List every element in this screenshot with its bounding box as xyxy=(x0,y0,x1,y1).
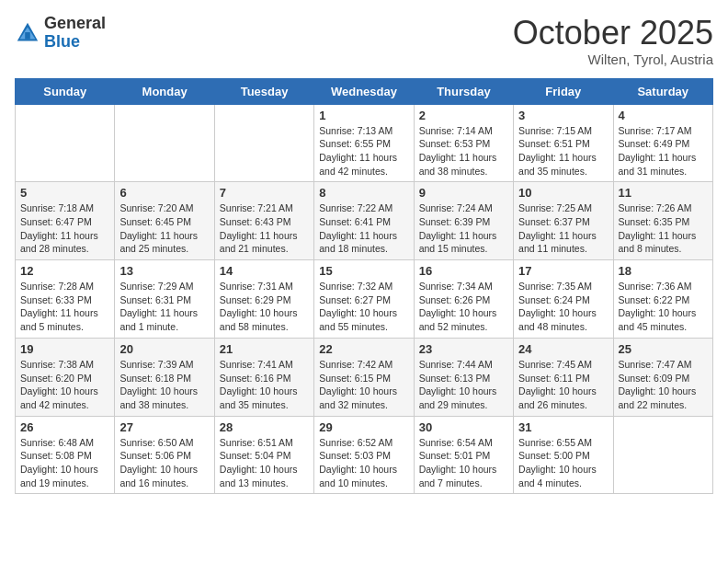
day-number: 8 xyxy=(319,186,408,200)
calendar-cell: 2Sunrise: 7:14 AM Sunset: 6:53 PM Daylig… xyxy=(414,104,513,182)
day-number: 29 xyxy=(319,420,408,434)
calendar-cell: 1Sunrise: 7:13 AM Sunset: 6:55 PM Daylig… xyxy=(314,104,414,182)
week-row-5: 26Sunrise: 6:48 AM Sunset: 5:08 PM Dayli… xyxy=(16,416,713,494)
calendar-cell: 19Sunrise: 7:38 AM Sunset: 6:20 PM Dayli… xyxy=(16,338,115,416)
day-number: 27 xyxy=(119,420,209,434)
calendar-header: SundayMondayTuesdayWednesdayThursdayFrid… xyxy=(16,78,713,104)
svg-rect-2 xyxy=(25,32,30,39)
calendar-cell xyxy=(214,104,313,182)
weekday-header-tuesday: Tuesday xyxy=(214,78,313,104)
day-info: Sunrise: 7:42 AM Sunset: 6:15 PM Dayligh… xyxy=(319,358,408,412)
day-number: 21 xyxy=(220,342,309,356)
day-number: 26 xyxy=(20,420,109,434)
day-info: Sunrise: 6:51 AM Sunset: 5:04 PM Dayligh… xyxy=(220,436,309,490)
calendar-cell: 13Sunrise: 7:29 AM Sunset: 6:31 PM Dayli… xyxy=(115,260,214,339)
weekday-header-saturday: Saturday xyxy=(613,78,712,104)
day-info: Sunrise: 6:50 AM Sunset: 5:06 PM Dayligh… xyxy=(119,436,209,490)
day-number: 10 xyxy=(518,186,608,200)
day-number: 30 xyxy=(419,420,508,434)
calendar-cell: 31Sunrise: 6:55 AM Sunset: 5:00 PM Dayli… xyxy=(514,416,613,494)
calendar-cell: 7Sunrise: 7:21 AM Sunset: 6:43 PM Daylig… xyxy=(214,182,313,260)
day-info: Sunrise: 7:14 AM Sunset: 6:53 PM Dayligh… xyxy=(419,124,508,178)
weekday-header-friday: Friday xyxy=(514,78,613,104)
day-number: 18 xyxy=(619,264,708,278)
day-info: Sunrise: 7:28 AM Sunset: 6:33 PM Dayligh… xyxy=(20,280,109,334)
calendar-cell: 10Sunrise: 7:25 AM Sunset: 6:37 PM Dayli… xyxy=(514,182,613,260)
calendar-cell: 23Sunrise: 7:44 AM Sunset: 6:13 PM Dayli… xyxy=(414,338,513,416)
day-info: Sunrise: 7:45 AM Sunset: 6:11 PM Dayligh… xyxy=(518,358,608,412)
logo: General Blue xyxy=(15,15,106,52)
calendar-cell: 6Sunrise: 7:20 AM Sunset: 6:45 PM Daylig… xyxy=(115,182,214,260)
page-header: General Blue October 2025 Wilten, Tyrol,… xyxy=(15,15,713,67)
day-info: Sunrise: 6:48 AM Sunset: 5:08 PM Dayligh… xyxy=(20,436,109,490)
day-number: 31 xyxy=(518,420,608,434)
calendar-cell: 27Sunrise: 6:50 AM Sunset: 5:06 PM Dayli… xyxy=(115,416,214,494)
day-info: Sunrise: 6:54 AM Sunset: 5:01 PM Dayligh… xyxy=(419,436,508,490)
day-info: Sunrise: 7:29 AM Sunset: 6:31 PM Dayligh… xyxy=(119,280,209,334)
logo-blue-text: Blue xyxy=(44,32,80,51)
day-info: Sunrise: 7:47 AM Sunset: 6:09 PM Dayligh… xyxy=(619,358,708,412)
day-number: 12 xyxy=(20,264,109,278)
calendar-table: SundayMondayTuesdayWednesdayThursdayFrid… xyxy=(15,78,713,495)
calendar-cell: 25Sunrise: 7:47 AM Sunset: 6:09 PM Dayli… xyxy=(613,338,712,416)
day-number: 20 xyxy=(119,342,209,356)
day-number: 17 xyxy=(518,264,608,278)
calendar-cell: 8Sunrise: 7:22 AM Sunset: 6:41 PM Daylig… xyxy=(314,182,414,260)
calendar-cell: 14Sunrise: 7:31 AM Sunset: 6:29 PM Dayli… xyxy=(214,260,313,339)
day-info: Sunrise: 7:41 AM Sunset: 6:16 PM Dayligh… xyxy=(220,358,309,412)
day-number: 23 xyxy=(419,342,508,356)
calendar-cell: 17Sunrise: 7:35 AM Sunset: 6:24 PM Dayli… xyxy=(514,260,613,339)
day-number: 4 xyxy=(619,109,708,122)
calendar-cell xyxy=(613,416,712,494)
month-title: October 2025 xyxy=(513,15,713,52)
day-number: 1 xyxy=(319,109,408,122)
week-row-2: 5Sunrise: 7:18 AM Sunset: 6:47 PM Daylig… xyxy=(16,182,713,260)
calendar-cell xyxy=(115,104,214,182)
day-number: 15 xyxy=(319,264,408,278)
title-block: October 2025 Wilten, Tyrol, Austria xyxy=(513,15,713,67)
day-info: Sunrise: 7:21 AM Sunset: 6:43 PM Dayligh… xyxy=(220,201,309,256)
calendar-cell: 11Sunrise: 7:26 AM Sunset: 6:35 PM Dayli… xyxy=(613,182,712,260)
day-number: 9 xyxy=(419,186,508,200)
day-number: 25 xyxy=(619,342,708,356)
day-number: 2 xyxy=(419,109,508,122)
day-info: Sunrise: 7:25 AM Sunset: 6:37 PM Dayligh… xyxy=(518,201,608,256)
day-info: Sunrise: 7:24 AM Sunset: 6:39 PM Dayligh… xyxy=(419,201,508,256)
day-info: Sunrise: 7:15 AM Sunset: 6:51 PM Dayligh… xyxy=(518,124,608,178)
day-number: 28 xyxy=(220,420,309,434)
calendar-body: 1Sunrise: 7:13 AM Sunset: 6:55 PM Daylig… xyxy=(16,104,713,494)
day-info: Sunrise: 7:32 AM Sunset: 6:27 PM Dayligh… xyxy=(319,280,408,334)
logo-icon xyxy=(15,20,40,46)
weekday-header-row: SundayMondayTuesdayWednesdayThursdayFrid… xyxy=(16,78,713,104)
calendar-cell: 26Sunrise: 6:48 AM Sunset: 5:08 PM Dayli… xyxy=(16,416,115,494)
day-info: Sunrise: 6:55 AM Sunset: 5:00 PM Dayligh… xyxy=(518,436,608,490)
day-info: Sunrise: 7:26 AM Sunset: 6:35 PM Dayligh… xyxy=(619,201,708,256)
day-info: Sunrise: 7:31 AM Sunset: 6:29 PM Dayligh… xyxy=(220,280,309,334)
week-row-4: 19Sunrise: 7:38 AM Sunset: 6:20 PM Dayli… xyxy=(16,338,713,416)
calendar-cell: 22Sunrise: 7:42 AM Sunset: 6:15 PM Dayli… xyxy=(314,338,414,416)
day-info: Sunrise: 7:22 AM Sunset: 6:41 PM Dayligh… xyxy=(319,201,408,256)
day-info: Sunrise: 7:35 AM Sunset: 6:24 PM Dayligh… xyxy=(518,280,608,334)
calendar-cell: 18Sunrise: 7:36 AM Sunset: 6:22 PM Dayli… xyxy=(613,260,712,339)
day-number: 5 xyxy=(20,186,109,200)
week-row-3: 12Sunrise: 7:28 AM Sunset: 6:33 PM Dayli… xyxy=(16,260,713,339)
weekday-header-thursday: Thursday xyxy=(414,78,513,104)
calendar-cell: 3Sunrise: 7:15 AM Sunset: 6:51 PM Daylig… xyxy=(514,104,613,182)
location: Wilten, Tyrol, Austria xyxy=(513,52,713,67)
day-number: 14 xyxy=(220,264,309,278)
day-number: 6 xyxy=(119,186,209,200)
logo-general-text: General xyxy=(44,14,106,32)
day-number: 22 xyxy=(319,342,408,356)
calendar-cell: 5Sunrise: 7:18 AM Sunset: 6:47 PM Daylig… xyxy=(16,182,115,260)
day-info: Sunrise: 6:52 AM Sunset: 5:03 PM Dayligh… xyxy=(319,436,408,490)
calendar-cell: 16Sunrise: 7:34 AM Sunset: 6:26 PM Dayli… xyxy=(414,260,513,339)
weekday-header-monday: Monday xyxy=(115,78,214,104)
day-info: Sunrise: 7:39 AM Sunset: 6:18 PM Dayligh… xyxy=(119,358,209,412)
calendar-cell: 24Sunrise: 7:45 AM Sunset: 6:11 PM Dayli… xyxy=(514,338,613,416)
week-row-1: 1Sunrise: 7:13 AM Sunset: 6:55 PM Daylig… xyxy=(16,104,713,182)
day-info: Sunrise: 7:44 AM Sunset: 6:13 PM Dayligh… xyxy=(419,358,508,412)
day-number: 16 xyxy=(419,264,508,278)
day-info: Sunrise: 7:13 AM Sunset: 6:55 PM Dayligh… xyxy=(319,124,408,178)
calendar-cell: 12Sunrise: 7:28 AM Sunset: 6:33 PM Dayli… xyxy=(16,260,115,339)
day-number: 19 xyxy=(20,342,109,356)
